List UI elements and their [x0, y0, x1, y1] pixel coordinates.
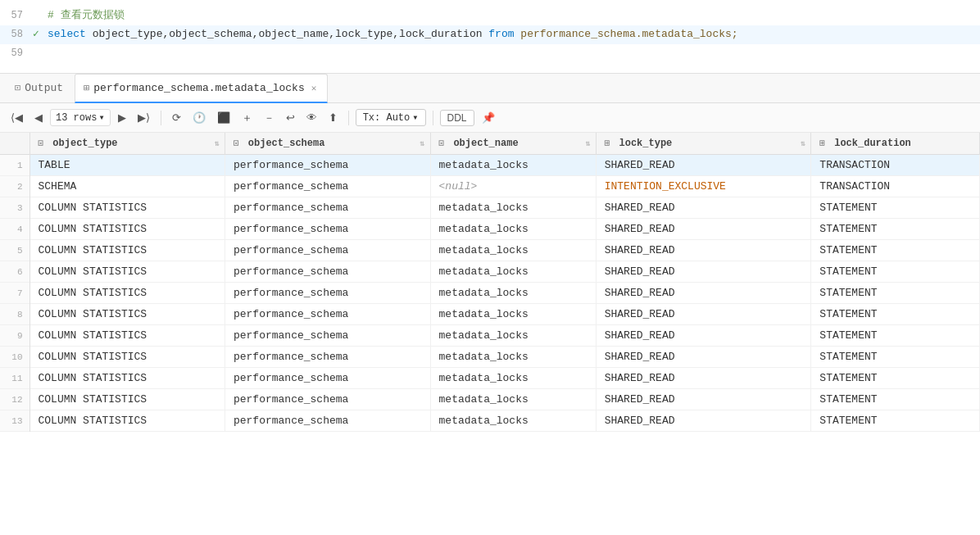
cell-object-type: COLUMN STATISTICS: [29, 240, 225, 261]
data-table-container: ⊡ object_type ⇅ ⊡ object_schema ⇅ ⊡ obje…: [0, 133, 980, 432]
cell-object-name: metadata_locks: [430, 219, 596, 240]
cell-lock-type: SHARED_READ: [596, 261, 811, 283]
stop-button[interactable]: ⬛: [213, 109, 234, 126]
preview-button[interactable]: 👁: [302, 109, 321, 126]
history-button[interactable]: 🕐: [188, 109, 210, 126]
table-tab-label: performance_schema.metadata_locks: [93, 82, 304, 94]
row-number-cell: 12: [0, 389, 29, 410]
cell-lock-duration: TRANSACTION: [811, 155, 980, 176]
cell-object-schema: performance_schema: [225, 176, 430, 197]
table-row[interactable]: 8COLUMN STATISTICSperformance_schemameta…: [0, 304, 980, 325]
table-row[interactable]: 7COLUMN STATISTICSperformance_schemameta…: [0, 283, 980, 304]
code-content-59: [48, 45, 980, 62]
tab-output[interactable]: ⊡ Output: [7, 74, 71, 103]
null-value: <null>: [439, 180, 478, 193]
table-row[interactable]: 2SCHEMAperformance_schema<null>INTENTION…: [0, 176, 980, 197]
rows-selector[interactable]: 13 rows ▾: [50, 109, 111, 126]
table-row[interactable]: 9COLUMN STATISTICSperformance_schemameta…: [0, 325, 980, 347]
upload-button[interactable]: ⬆: [324, 109, 342, 126]
row-number-cell: 11: [0, 368, 29, 389]
cell-lock-duration: STATEMENT: [811, 347, 980, 368]
table-row[interactable]: 6COLUMN STATISTICSperformance_schemameta…: [0, 261, 980, 283]
cell-lock-duration: STATEMENT: [811, 325, 980, 347]
cell-object-type: COLUMN STATISTICS: [29, 197, 225, 219]
cell-object-name: metadata_locks: [430, 368, 596, 389]
table-body: 1TABLEperformance_schemametadata_locksSH…: [0, 155, 980, 432]
row-number-cell: 1: [0, 155, 29, 176]
cell-lock-type: SHARED_READ: [596, 410, 811, 432]
cell-object-name: metadata_locks: [430, 325, 596, 347]
cell-lock-duration: TRANSACTION: [811, 176, 980, 197]
output-icon: ⊡: [15, 82, 20, 94]
prev-row-button[interactable]: ◀: [30, 109, 47, 126]
next-row-button[interactable]: ▶: [114, 109, 130, 126]
tx-dropdown[interactable]: Tx: Auto ▾: [356, 109, 426, 126]
first-row-button[interactable]: ⟨◀: [7, 109, 27, 126]
table-row[interactable]: 11COLUMN STATISTICSperformance_schemamet…: [0, 368, 980, 389]
table-row[interactable]: 13COLUMN STATISTICSperformance_schemamet…: [0, 410, 980, 432]
rows-dropdown-icon: ▾: [98, 111, 104, 124]
data-table: ⊡ object_type ⇅ ⊡ object_schema ⇅ ⊡ obje…: [0, 133, 980, 432]
row-number-cell: 9: [0, 325, 29, 347]
cell-object-schema: performance_schema: [225, 197, 430, 219]
rows-count-label: 13 rows: [56, 112, 97, 124]
toolbar-separator-1: [161, 111, 161, 125]
col-header-object-type[interactable]: ⊡ object_type ⇅: [29, 133, 225, 155]
code-line-57: 57 # 查看元数据锁: [0, 7, 980, 25]
cell-object-name: <null>: [430, 176, 596, 197]
cell-object-schema: performance_schema: [225, 155, 430, 176]
cell-lock-type: SHARED_READ: [596, 389, 811, 410]
code-editor: 57 # 查看元数据锁 58 ✓ select object_type,obje…: [0, 0, 980, 74]
cell-lock-duration: STATEMENT: [811, 389, 980, 410]
code-content-58: select object_type,object_schema,object_…: [48, 26, 980, 43]
pin-button[interactable]: 📌: [478, 109, 499, 126]
col-icon-lock-duration: ⊞: [819, 138, 825, 148]
cell-lock-duration: STATEMENT: [811, 283, 980, 304]
row-number-cell: 8: [0, 304, 29, 325]
table-row[interactable]: 12COLUMN STATISTICSperformance_schemamet…: [0, 389, 980, 410]
cell-object-name: metadata_locks: [430, 240, 596, 261]
cell-object-name: metadata_locks: [430, 261, 596, 283]
cell-object-schema: performance_schema: [225, 410, 430, 432]
cell-object-schema: performance_schema: [225, 368, 430, 389]
table-row[interactable]: 1TABLEperformance_schemametadata_locksSH…: [0, 155, 980, 176]
cell-object-name: metadata_locks: [430, 304, 596, 325]
col-label-object-name: object_name: [453, 138, 518, 149]
col-header-lock-duration[interactable]: ⊞ lock_duration: [811, 133, 980, 155]
cell-object-type: TABLE: [29, 155, 225, 176]
refresh-button[interactable]: ⟳: [168, 109, 185, 126]
undo-button[interactable]: ↩: [282, 109, 299, 126]
col-header-object-name[interactable]: ⊡ object_name ⇅: [430, 133, 596, 155]
cell-object-schema: performance_schema: [225, 219, 430, 240]
cell-lock-type: SHARED_READ: [596, 197, 811, 219]
cell-lock-duration: STATEMENT: [811, 410, 980, 432]
cell-object-schema: performance_schema: [225, 347, 430, 368]
cell-lock-type: SHARED_READ: [596, 219, 811, 240]
table-row[interactable]: 4COLUMN STATISTICSperformance_schemameta…: [0, 219, 980, 240]
row-number-cell: 10: [0, 347, 29, 368]
code-content-57: # 查看元数据锁: [48, 7, 980, 25]
col-header-object-schema[interactable]: ⊡ object_schema ⇅: [225, 133, 430, 155]
table-row[interactable]: 5COLUMN STATISTICSperformance_schemameta…: [0, 240, 980, 261]
cell-object-schema: performance_schema: [225, 325, 430, 347]
last-row-button[interactable]: ▶⟩: [134, 109, 154, 126]
ddl-button[interactable]: DDL: [440, 110, 474, 126]
cell-lock-type: SHARED_READ: [596, 368, 811, 389]
remove-row-button[interactable]: －: [260, 108, 279, 128]
cell-object-type: COLUMN STATISTICS: [29, 261, 225, 283]
col-header-lock-type[interactable]: ⊞ lock_type ⇅: [596, 133, 811, 155]
cell-lock-type: INTENTION_EXCLUSIVE: [596, 176, 811, 197]
row-number-cell: 4: [0, 219, 29, 240]
add-row-button[interactable]: ＋: [238, 108, 256, 128]
tx-dropdown-icon: ▾: [412, 111, 418, 124]
table-row[interactable]: 3COLUMN STATISTICSperformance_schemameta…: [0, 197, 980, 219]
toolbar-separator-2: [348, 111, 349, 125]
sort-icon-object-schema: ⇅: [420, 138, 425, 148]
tab-table[interactable]: ⊞ performance_schema.metadata_locks ✕: [75, 74, 328, 103]
table-row[interactable]: 10COLUMN STATISTICSperformance_schemamet…: [0, 347, 980, 368]
tab-close-button[interactable]: ✕: [309, 82, 320, 94]
col-label-object-type: object_type: [52, 138, 117, 149]
cell-object-name: metadata_locks: [430, 389, 596, 410]
cell-object-schema: performance_schema: [225, 240, 430, 261]
col-icon-object-schema: ⊡: [234, 138, 239, 148]
